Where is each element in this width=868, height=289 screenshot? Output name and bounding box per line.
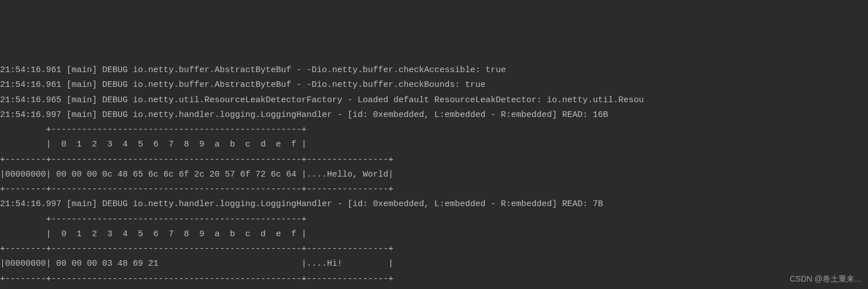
watermark: CSDN @卷土重来… (790, 272, 862, 286)
hexdump-border: +---------------------------------------… (0, 123, 868, 137)
log-line: 21:54:16.997 [main] DEBUG io.netty.handl… (0, 197, 868, 212)
console-output: 21:54:16.961 [main] DEBUG io.netty.buffe… (0, 63, 868, 289)
log-line: 21:54:16.997 [main] DEBUG io.netty.handl… (0, 287, 868, 289)
log-line: 21:54:16.997 [main] DEBUG io.netty.handl… (0, 108, 868, 123)
hexdump-row: |00000000| 00 00 00 03 48 69 21 |....Hi!… (0, 257, 868, 271)
log-line: 21:54:16.961 [main] DEBUG io.netty.buffe… (0, 78, 868, 93)
log-line: 21:54:16.961 [main] DEBUG io.netty.buffe… (0, 63, 868, 78)
hexdump-header: | 0 1 2 3 4 5 6 7 8 9 a b c d e f | (0, 227, 868, 242)
hexdump-border: +--------+------------------------------… (0, 182, 868, 197)
log-line: 21:54:16.965 [main] DEBUG io.netty.util.… (0, 93, 868, 108)
hexdump-border: +--------+------------------------------… (0, 153, 868, 167)
hexdump-row: |00000000| 00 00 00 0c 48 65 6c 6c 6f 2c… (0, 167, 868, 182)
hexdump-border: +---------------------------------------… (0, 212, 868, 227)
hexdump-border: +--------+------------------------------… (0, 272, 868, 287)
hexdump-header: | 0 1 2 3 4 5 6 7 8 9 a b c d e f | (0, 137, 868, 152)
hexdump-border: +--------+------------------------------… (0, 242, 868, 257)
